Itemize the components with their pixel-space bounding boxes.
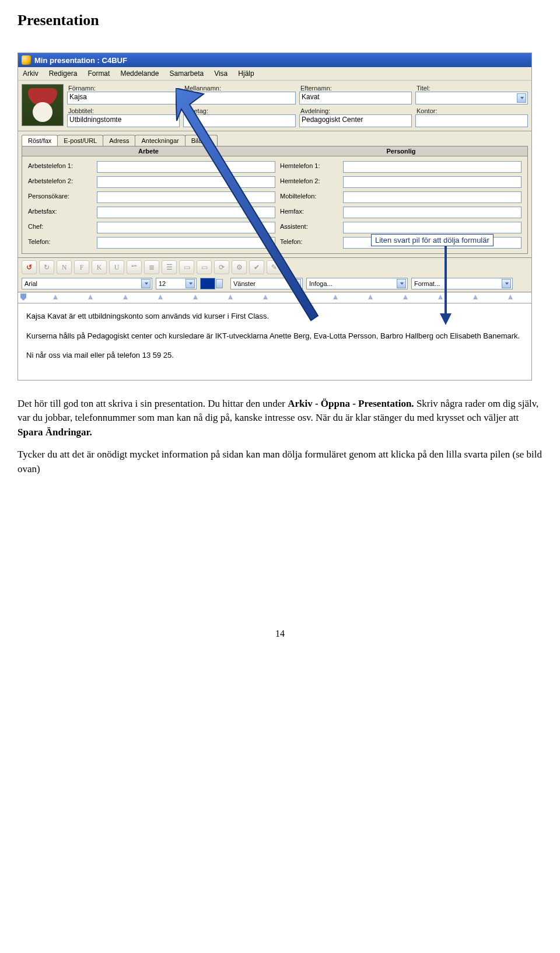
tab-strip: Röst/fax E-post/URL Adress Anteckningar … bbox=[18, 131, 531, 146]
redo-icon[interactable]: ↻ bbox=[39, 260, 54, 274]
label-arbetstel2: Arbetstelefon 2: bbox=[28, 176, 92, 188]
annotation-callout: Liten svart pil för att dölja formulär bbox=[371, 234, 494, 246]
select-titel[interactable] bbox=[415, 92, 528, 104]
input-hemfax[interactable] bbox=[343, 207, 522, 218]
combo-align[interactable]: Vänster bbox=[230, 278, 303, 289]
editor-p1: Kajsa Kavat är ett utbildningskonto som … bbox=[26, 310, 523, 322]
menu-hjalp[interactable]: Hjälp bbox=[238, 69, 254, 78]
menu-meddelande[interactable]: Meddelande bbox=[120, 69, 159, 78]
input-arbetstel2[interactable] bbox=[97, 176, 275, 188]
input-efternamn[interactable]: Kavat bbox=[299, 92, 412, 104]
btn-k[interactable]: K bbox=[92, 260, 107, 274]
combo-font[interactable]: Arial bbox=[22, 278, 152, 289]
editor-p3: Ni når oss via mail eller på telefon 13 … bbox=[26, 350, 523, 361]
btn-style2[interactable]: ▭ bbox=[197, 260, 212, 274]
input-personsokare[interactable] bbox=[97, 191, 275, 203]
label-kontor: Kontor: bbox=[415, 107, 528, 114]
label-titel: Titel: bbox=[415, 84, 528, 92]
label-arbetsfax: Arbetsfax: bbox=[28, 207, 92, 218]
label-hemtel1: Hemtelefon 1: bbox=[280, 161, 338, 173]
combo-insert[interactable]: Infoga... bbox=[306, 278, 408, 289]
label-telefon-r: Telefon: bbox=[280, 237, 338, 249]
btn-style1[interactable]: ▭ bbox=[179, 260, 194, 274]
screenshot: Min presentation : C4BUF Arkiv Redigera … bbox=[18, 53, 532, 380]
tab-bilagor[interactable]: Bilagor bbox=[185, 135, 218, 146]
label-jobbtitel: Jobbtitel: bbox=[67, 107, 180, 114]
list-bullet-icon[interactable]: ≣ bbox=[144, 260, 159, 274]
combo-format[interactable]: Format... bbox=[411, 278, 513, 289]
label-chef: Chef: bbox=[28, 222, 92, 233]
format-toolbar: ↺ ↻ N F K U ❝❞ ≣ ☰ ▭ ▭ ⟳ ⚙ ✔ ✎ bbox=[18, 257, 531, 277]
label-mellannamn: Mellannamn: bbox=[183, 84, 296, 92]
label-assistent: Assistent: bbox=[280, 222, 338, 233]
menu-visa[interactable]: Visa bbox=[214, 69, 228, 78]
input-avdelning[interactable]: Pedagogiskt Center bbox=[299, 114, 412, 127]
label-personsokare: Personsökare: bbox=[28, 191, 92, 203]
menu-arkiv[interactable]: Arkiv bbox=[23, 69, 38, 78]
label-avdelning: Avdelning: bbox=[299, 107, 412, 114]
label-arbetstel1: Arbetstelefon 1: bbox=[28, 161, 92, 173]
input-arbetsfax[interactable] bbox=[97, 207, 275, 218]
label-fornamn: Förnamn: bbox=[67, 84, 180, 92]
window-titlebar: Min presentation : C4BUF bbox=[18, 53, 531, 67]
input-assistent[interactable] bbox=[343, 222, 522, 233]
avatar-image bbox=[22, 84, 64, 126]
tab-epost[interactable]: E-post/URL bbox=[57, 135, 103, 146]
btn-n[interactable]: N bbox=[57, 260, 72, 274]
input-hemtel1[interactable] bbox=[343, 161, 522, 173]
btn-refresh[interactable]: ⟳ bbox=[214, 260, 229, 274]
color-swatch[interactable] bbox=[200, 278, 215, 289]
btn-check-icon[interactable]: ✔ bbox=[249, 260, 264, 274]
editor-body[interactable]: Kajsa Kavat är ett utbildningskonto som … bbox=[18, 303, 531, 380]
column-headers: Arbete Personlig bbox=[22, 146, 527, 156]
page-heading: Presentation bbox=[18, 12, 542, 29]
label-hemtel2: Hemtelefon 2: bbox=[280, 176, 338, 188]
label-efternamn: Efternamn: bbox=[299, 84, 412, 92]
undo-icon[interactable]: ↺ bbox=[22, 260, 37, 274]
list-number-icon[interactable]: ☰ bbox=[162, 260, 177, 274]
btn-link-icon[interactable]: ⚙ bbox=[232, 260, 247, 274]
window-title: Min presentation : C4BUF bbox=[34, 56, 127, 65]
tab-rostfax[interactable]: Röst/fax bbox=[22, 135, 58, 146]
editor-p2: Kurserna hålls på Pedagogiskt center och… bbox=[26, 330, 523, 342]
tab-anteckningar[interactable]: Anteckningar bbox=[135, 135, 185, 146]
input-foretag[interactable] bbox=[183, 114, 296, 127]
menu-format[interactable]: Format bbox=[88, 69, 110, 78]
btn-quote[interactable]: ❝❞ bbox=[127, 260, 142, 274]
label-telefon-l: Telefon: bbox=[28, 237, 92, 249]
btn-f[interactable]: F bbox=[74, 260, 89, 274]
colhead-personlig: Personlig bbox=[275, 146, 527, 156]
input-arbetstel1[interactable] bbox=[97, 161, 275, 173]
input-fornamn[interactable]: Kajsa bbox=[67, 92, 180, 104]
input-chef[interactable] bbox=[97, 222, 275, 233]
format-row-2: Arial 12 Vänster Infoga... Format... bbox=[18, 277, 531, 292]
colhead-arbete: Arbete bbox=[22, 146, 275, 156]
identity-form: Förnamn: Kajsa Mellannamn: Efternamn: Ka… bbox=[18, 81, 531, 131]
input-hemtel2[interactable] bbox=[343, 176, 522, 188]
menubar: Arkiv Redigera Format Meddelande Samarbe… bbox=[18, 67, 531, 81]
page-number: 14 bbox=[18, 629, 542, 639]
combo-size[interactable]: 12 bbox=[156, 278, 197, 289]
btn-u[interactable]: U bbox=[109, 260, 124, 274]
input-telefon-l[interactable] bbox=[97, 237, 275, 249]
menu-samarbeta[interactable]: Samarbeta bbox=[169, 69, 204, 78]
menu-redigera[interactable]: Redigera bbox=[49, 69, 78, 78]
label-hemfax: Hemfax: bbox=[280, 207, 338, 218]
btn-misc[interactable]: ✎ bbox=[267, 260, 282, 274]
ruler bbox=[18, 292, 531, 303]
window-icon bbox=[22, 55, 31, 65]
label-mobil: Mobiltelefon: bbox=[280, 191, 338, 203]
input-jobbtitel[interactable]: Utbildningstomte bbox=[67, 114, 180, 127]
doc-paragraph-1: Det hör till god ton att skriva i sin pr… bbox=[18, 397, 542, 440]
doc-paragraph-2: Tycker du att det är onödigt mycket info… bbox=[18, 448, 542, 476]
tab-adress[interactable]: Adress bbox=[103, 135, 135, 146]
input-mellannamn[interactable] bbox=[183, 92, 296, 104]
label-foretag: Företag: bbox=[183, 107, 296, 114]
document-body: Det hör till god ton att skriva i sin pr… bbox=[18, 397, 542, 477]
input-kontor[interactable] bbox=[415, 114, 528, 127]
input-mobil[interactable] bbox=[343, 191, 522, 203]
